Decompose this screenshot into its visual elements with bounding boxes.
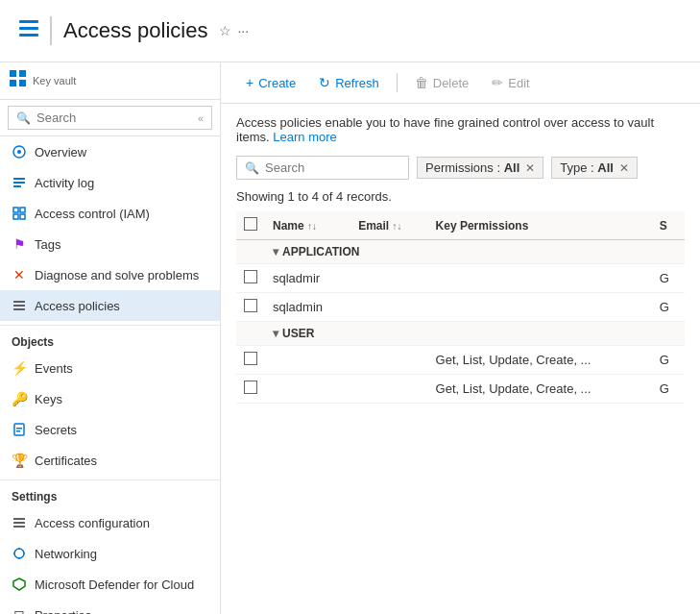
diagnose-icon: ✕ — [12, 267, 27, 282]
group-application: ▾APPLICATION — [236, 240, 685, 264]
row-s-4: G — [652, 375, 685, 404]
sidebar-item-access-control[interactable]: Access control (IAM) — [0, 198, 220, 229]
svg-rect-0 — [19, 20, 38, 23]
sidebar-item-label-certificates: Certificates — [35, 454, 97, 468]
sidebar-item-access-config[interactable]: Access configuration — [0, 507, 220, 538]
select-all-checkbox[interactable] — [244, 217, 257, 231]
delete-button[interactable]: 🗑 Delete — [405, 70, 479, 95]
filter-type-clear[interactable]: ✕ — [619, 161, 629, 175]
sidebar-item-activity-log[interactable]: Activity log — [0, 167, 220, 198]
svg-point-29 — [13, 553, 15, 554]
sidebar-item-label-diagnose: Diagnose and solve problems — [35, 268, 199, 282]
overview-icon — [12, 144, 27, 160]
sidebar-title: Key vault — [33, 75, 76, 86]
toolbar: + Create ↻ Refresh 🗑 Delete ✏ Edit — [221, 62, 700, 104]
main-layout: Key vault 🔍 « Overview Activity — [0, 62, 700, 614]
sidebar-item-networking[interactable]: Networking — [0, 538, 220, 569]
svg-rect-23 — [13, 522, 25, 524]
sidebar-item-label-access-control: Access control (IAM) — [35, 207, 150, 221]
defender-icon — [12, 577, 27, 592]
row-key-perm-4: Get, List, Update, Create, ... — [428, 375, 652, 404]
row-name-3 — [265, 346, 350, 375]
row-key-perm-3: Get, List, Update, Create, ... — [428, 346, 652, 375]
sidebar-item-tags[interactable]: ⚑ Tags — [0, 229, 220, 259]
svg-rect-2 — [19, 34, 38, 37]
delete-icon: 🗑 — [415, 75, 428, 90]
svg-point-8 — [17, 150, 21, 154]
filter-search-input[interactable] — [265, 160, 400, 175]
row-checkbox-4[interactable] — [244, 381, 257, 394]
events-icon: ⚡ — [12, 360, 27, 376]
create-button[interactable]: + Create — [236, 70, 305, 95]
filter-type-tag: Type : All ✕ — [551, 157, 638, 179]
svg-rect-14 — [13, 214, 18, 219]
refresh-button[interactable]: ↻ Refresh — [309, 70, 389, 95]
svg-rect-10 — [13, 182, 25, 184]
col-key-permissions: Key Permissions — [428, 211, 652, 240]
svg-rect-4 — [19, 70, 26, 77]
sidebar-search-box: 🔍 « — [8, 106, 212, 130]
svg-rect-19 — [14, 424, 24, 435]
sidebar-item-label-keys: Keys — [35, 392, 62, 406]
sidebar-item-label-secrets: Secrets — [35, 423, 77, 437]
sidebar-item-defender[interactable]: Microsoft Defender for Cloud — [0, 569, 220, 600]
svg-point-26 — [18, 548, 20, 550]
filter-search-icon: 🔍 — [245, 161, 259, 175]
svg-rect-15 — [20, 214, 25, 219]
favorite-icon[interactable]: ☆ — [219, 23, 231, 38]
records-count: Showing 1 to 4 of 4 records. — [236, 189, 685, 204]
table-row: Get, List, Update, Create, ... G — [236, 375, 685, 404]
page-header: Access policies ☆ ··· — [0, 0, 700, 62]
access-policies-table: Name ↑↓ Email ↑↓ Key Permissions S ▾APPL… — [236, 211, 685, 404]
sidebar-item-diagnose[interactable]: ✕ Diagnose and solve problems — [0, 259, 220, 290]
certificates-icon: 🏆 — [12, 453, 27, 468]
sidebar-search-input[interactable] — [36, 111, 192, 125]
page-title: Access policies — [63, 18, 207, 43]
sidebar-item-label-access-policies: Access policies — [35, 299, 120, 313]
sidebar-item-certificates[interactable]: 🏆 Certificates — [0, 445, 220, 476]
sidebar-item-keys[interactable]: 🔑 Keys — [0, 383, 220, 414]
svg-rect-5 — [10, 80, 16, 86]
row-email-3 — [350, 346, 427, 375]
sidebar-item-label-defender: Microsoft Defender for Cloud — [35, 577, 194, 592]
sidebar-nav: Overview Activity log Access control (IA… — [0, 136, 220, 614]
sidebar-item-properties[interactable]: ⊟ Properties — [0, 600, 220, 614]
row-name-1: sqladmir — [265, 264, 350, 293]
sidebar-item-events[interactable]: ⚡ Events — [0, 353, 220, 383]
filter-permissions-tag: Permissions : All ✕ — [417, 157, 543, 179]
access-config-icon — [12, 515, 27, 530]
svg-marker-30 — [13, 578, 25, 590]
keys-icon: 🔑 — [12, 391, 27, 406]
sidebar-search-container: 🔍 « — [0, 100, 220, 136]
header-divider — [50, 16, 52, 45]
row-checkbox-2[interactable] — [244, 299, 257, 312]
row-name-2: sqladmin — [265, 293, 350, 322]
edit-button[interactable]: ✏ Edit — [482, 70, 539, 95]
learn-more-link[interactable]: Learn more — [273, 130, 336, 144]
row-key-perm-1 — [428, 264, 652, 293]
sidebar-item-overview[interactable]: Overview — [0, 136, 220, 167]
networking-icon — [12, 546, 27, 561]
svg-rect-11 — [13, 185, 21, 187]
sidebar-item-label-properties: Properties — [35, 608, 91, 615]
tags-icon: ⚑ — [12, 236, 27, 252]
row-email-1 — [350, 264, 427, 293]
table-row: sqladmin G — [236, 293, 685, 322]
sidebar-item-secrets[interactable]: Secrets — [0, 414, 220, 445]
info-text: Access policies enable you to have fine … — [236, 115, 685, 144]
more-options-icon[interactable]: ··· — [237, 23, 249, 38]
main-content: + Create ↻ Refresh 🗑 Delete ✏ Edit Acces… — [221, 62, 700, 614]
sidebar-item-label-access-config: Access configuration — [35, 516, 150, 530]
sidebar-item-access-policies[interactable]: Access policies — [0, 290, 220, 321]
filter-permissions-clear[interactable]: ✕ — [525, 161, 535, 175]
row-name-4 — [265, 375, 350, 404]
row-checkbox-1[interactable] — [244, 270, 257, 283]
svg-rect-21 — [16, 430, 20, 432]
svg-rect-24 — [13, 526, 25, 528]
sidebar-collapse-icon[interactable]: « — [198, 112, 204, 124]
svg-rect-18 — [13, 308, 25, 310]
section-settings: Settings — [0, 479, 220, 507]
row-checkbox-3[interactable] — [244, 352, 257, 365]
svg-rect-6 — [19, 80, 26, 86]
sidebar-header: Key vault — [0, 62, 220, 100]
